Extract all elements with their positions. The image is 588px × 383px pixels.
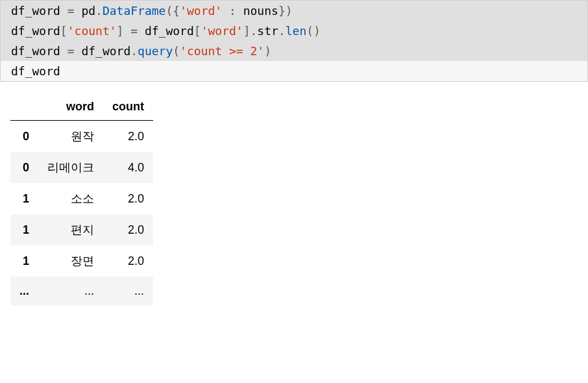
code-token: ({: [165, 4, 180, 18]
row-index: 1: [10, 183, 38, 214]
table-row: 1 장면 2.0: [10, 245, 153, 277]
code-line-1: df_word = pd.DataFrame({'word' : nouns}): [1, 1, 587, 21]
table-header-count: count: [103, 93, 153, 121]
code-token: =: [60, 4, 82, 18]
code-token: ]: [117, 24, 124, 38]
code-token: :: [222, 4, 243, 18]
table-header-word: word: [38, 93, 103, 121]
code-token: len: [286, 24, 307, 38]
code-token: .: [95, 4, 103, 18]
code-token: [: [194, 24, 201, 38]
cell-count: 4.0: [103, 152, 153, 183]
code-token: }): [278, 4, 293, 18]
code-token: [: [60, 24, 67, 38]
code-token: 'count': [67, 24, 117, 38]
code-token: pd: [81, 4, 95, 18]
table-row: 1 소소 2.0: [10, 183, 153, 214]
code-token: (: [173, 44, 180, 58]
code-token: 'word': [201, 24, 243, 38]
code-token: ]: [243, 24, 251, 38]
table-row: 0 리메이크 4.0: [10, 152, 153, 183]
code-token: =: [123, 24, 145, 38]
table-row: 1 편지 2.0: [10, 214, 153, 245]
code-token: 'count >= 2': [180, 44, 264, 58]
row-index: 0: [10, 152, 38, 183]
cell-word: 원작: [38, 121, 103, 153]
code-token: (): [306, 24, 321, 38]
table-header-row: word count: [10, 93, 153, 121]
code-token: .: [130, 44, 138, 58]
cell-word: 편지: [38, 214, 103, 245]
code-token: df_word: [11, 44, 60, 58]
code-line-2: df_word['count'] = df_word['word'].str.l…: [1, 21, 587, 41]
code-token: =: [60, 44, 82, 58]
cell-word: ...: [38, 277, 103, 306]
cell-count: 2.0: [103, 121, 153, 153]
row-index: 0: [10, 121, 38, 153]
cell-word: 장면: [38, 245, 103, 277]
cell-count: ...: [103, 277, 153, 306]
row-index: 1: [10, 214, 38, 245]
table-header-index: [10, 93, 38, 121]
cell-word: 리메이크: [38, 152, 103, 183]
cell-count: 2.0: [103, 245, 153, 277]
code-token: df_word: [81, 44, 130, 58]
row-index: ...: [10, 277, 38, 306]
code-token: .: [251, 24, 258, 38]
code-cell: df_word = pd.DataFrame({'word' : nouns})…: [0, 0, 588, 82]
code-token: df_word: [11, 4, 60, 18]
cell-word: 소소: [38, 183, 103, 214]
code-token: DataFrame: [103, 4, 166, 18]
code-token: df_word: [145, 24, 194, 38]
code-token: 'word': [180, 4, 222, 18]
row-index: 1: [10, 245, 38, 277]
code-token: ): [264, 44, 271, 58]
code-token: str: [257, 24, 278, 38]
code-token: nouns: [243, 4, 278, 18]
dataframe-table: word count 0 원작 2.0 0 리메이크 4.0 1 소소 2.0 …: [10, 93, 153, 306]
table-row: ... ... ...: [10, 277, 153, 306]
code-token: df_word: [11, 24, 60, 38]
output-area: word count 0 원작 2.0 0 리메이크 4.0 1 소소 2.0 …: [0, 93, 588, 306]
cell-count: 2.0: [103, 214, 153, 245]
cell-count: 2.0: [103, 183, 153, 214]
code-token: query: [138, 44, 173, 58]
table-row: 0 원작 2.0: [10, 121, 153, 153]
code-line-3: df_word = df_word.query('count >= 2'): [1, 41, 587, 61]
code-line-4: df_word: [1, 61, 587, 81]
code-token: .: [278, 24, 286, 38]
code-token: df_word: [11, 64, 60, 78]
